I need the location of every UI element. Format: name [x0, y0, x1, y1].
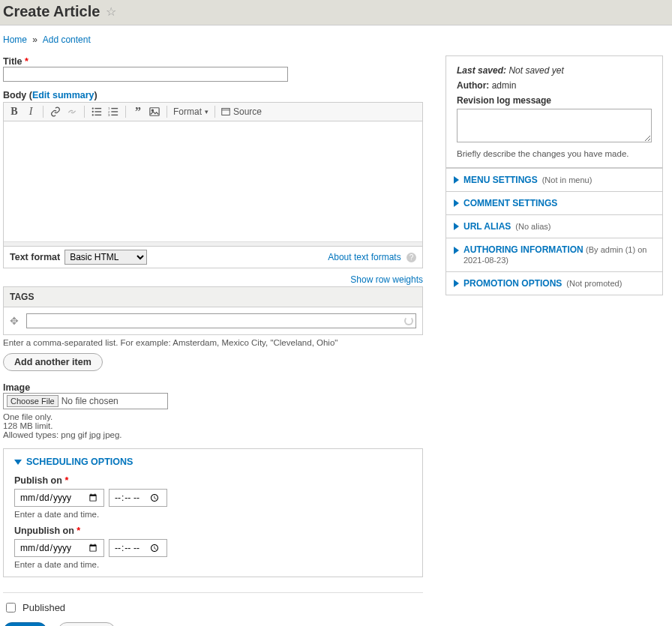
chevron-down-icon: ▾: [205, 108, 208, 115]
choose-file-button[interactable]: Choose File: [7, 395, 58, 407]
numbered-list-icon[interactable]: 123: [107, 106, 119, 118]
autocomplete-throbber-icon: [404, 316, 413, 325]
svg-rect-5: [94, 115, 101, 115]
unlink-icon[interactable]: [66, 106, 78, 118]
image-icon[interactable]: [148, 106, 160, 118]
svg-point-4: [92, 114, 94, 115]
title-label: Title *: [3, 56, 28, 67]
author-value: admin: [492, 80, 517, 91]
file-help-3: Allowed types: png gif jpg jpeg.: [3, 430, 423, 439]
edit-summary-link[interactable]: Edit summary: [32, 90, 94, 100]
scheduling-toggle[interactable]: SCHEDULING OPTIONS: [14, 457, 412, 467]
title-input[interactable]: [3, 67, 288, 82]
url-alias-toggle[interactable]: URL ALIAS (No alias): [446, 214, 662, 238]
unpublish-on-time[interactable]: [109, 539, 167, 557]
editor-body[interactable]: [4, 121, 422, 241]
revision-log-textarea[interactable]: [457, 109, 652, 142]
file-help-2: 128 MB limit.: [3, 421, 423, 430]
show-row-weights-link[interactable]: Show row weights: [350, 274, 423, 285]
publish-help: Enter a date and time.: [14, 510, 412, 519]
help-icon[interactable]: ?: [406, 253, 416, 262]
author-label: Author:: [457, 80, 489, 91]
svg-text:3: 3: [108, 113, 110, 117]
tags-help: Enter a comma-separated list. For exampl…: [3, 338, 423, 347]
about-text-formats-link[interactable]: About text formats: [328, 252, 400, 262]
authoring-information-toggle[interactable]: AUTHORING INFORMATION (By admin (1) on 2…: [446, 238, 662, 271]
revision-help: Briefly describe the changes you have ma…: [457, 149, 652, 158]
arrow-down-icon: [14, 460, 22, 465]
drag-handle-icon[interactable]: ✥: [10, 315, 19, 327]
ckeditor: B I: [3, 102, 423, 247]
tags-input[interactable]: [26, 313, 416, 328]
text-format-select[interactable]: Basic HTML: [64, 250, 147, 265]
source-button[interactable]: Source: [221, 106, 262, 117]
text-format-label: Text format: [10, 252, 60, 262]
arrow-right-icon: [454, 199, 459, 207]
blockquote-icon[interactable]: ”: [132, 106, 144, 118]
ckeditor-toolbar: B I: [4, 103, 422, 121]
tags-heading: TAGS: [4, 287, 422, 307]
published-label: Published: [22, 602, 65, 613]
last-saved-label: Last saved:: [457, 65, 506, 76]
svg-rect-3: [94, 111, 101, 112]
bulleted-list-icon[interactable]: [91, 106, 103, 118]
arrow-right-icon: [454, 247, 459, 254]
svg-rect-12: [150, 108, 159, 116]
body-label: Body (Edit summary): [3, 90, 98, 100]
preview-button[interactable]: Preview: [58, 622, 116, 626]
breadcrumb: Home » Add content: [3, 34, 669, 45]
italic-icon[interactable]: I: [25, 106, 37, 118]
breadcrumb-sep: »: [32, 34, 38, 45]
svg-rect-9: [111, 111, 118, 112]
breadcrumb-add-content[interactable]: Add content: [43, 34, 91, 45]
publish-on-time[interactable]: [109, 489, 167, 507]
svg-point-0: [92, 107, 94, 109]
publish-on-label: Publish on *: [14, 475, 68, 486]
save-button[interactable]: Save: [3, 622, 47, 626]
revision-label: Revision log message: [457, 95, 551, 106]
publish-on-date[interactable]: [14, 489, 104, 507]
promotion-options-toggle[interactable]: PROMOTION OPTIONS (Not promoted): [446, 271, 662, 295]
svg-rect-14: [222, 109, 230, 115]
unpublish-on-label: Unpublish on *: [14, 526, 80, 536]
breadcrumb-home[interactable]: Home: [3, 34, 27, 45]
comment-settings-toggle[interactable]: COMMENT SETTINGS: [446, 191, 662, 214]
svg-rect-7: [111, 108, 118, 109]
arrow-right-icon: [454, 223, 459, 230]
menu-settings-toggle[interactable]: MENU SETTINGS (Not in menu): [446, 168, 662, 191]
bold-icon[interactable]: B: [8, 106, 20, 118]
arrow-right-icon: [454, 176, 459, 184]
image-file-input[interactable]: Choose File No file chosen: [3, 393, 168, 409]
svg-rect-11: [111, 115, 118, 115]
shortcut-star-icon[interactable]: ☆: [106, 4, 116, 19]
page-title: Create Article: [3, 3, 100, 20]
source-label: Source: [233, 106, 262, 117]
file-help-1: One file only.: [3, 412, 423, 421]
format-label: Format: [173, 106, 202, 117]
scheduling-details: SCHEDULING OPTIONS Publish on * Enter a …: [3, 448, 423, 577]
unpublish-help: Enter a date and time.: [14, 560, 412, 569]
file-status: No file chosen: [62, 396, 118, 406]
format-dropdown[interactable]: Format ▾: [173, 106, 208, 117]
last-saved-value: Not saved yet: [508, 65, 563, 76]
editor-resize-handle[interactable]: [4, 241, 422, 246]
svg-point-2: [92, 111, 94, 112]
add-another-item-button[interactable]: Add another item: [3, 353, 103, 371]
link-icon[interactable]: [50, 106, 62, 118]
svg-rect-1: [94, 108, 101, 109]
unpublish-on-date[interactable]: [14, 539, 104, 557]
published-checkbox[interactable]: [6, 603, 16, 613]
svg-point-13: [152, 109, 153, 111]
image-label: Image: [3, 382, 30, 393]
arrow-right-icon: [454, 280, 459, 287]
